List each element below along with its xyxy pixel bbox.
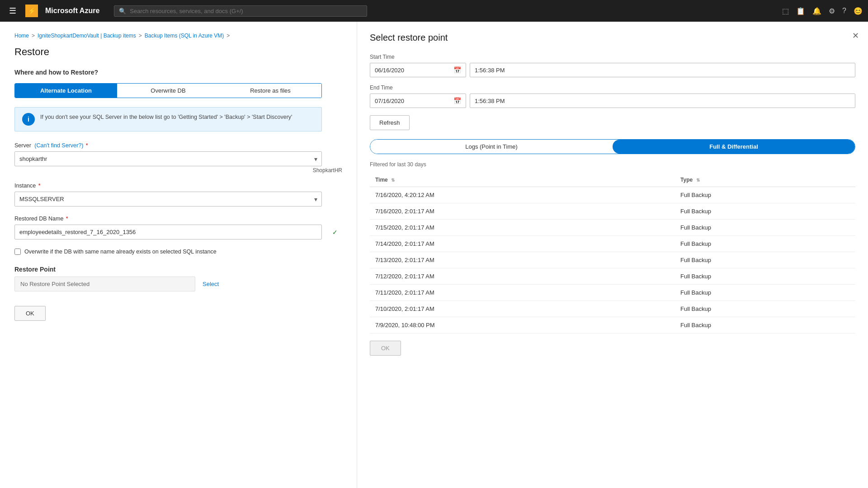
backup-type-tab-toggle[interactable]: Logs (Point in Time) Full & Differential — [370, 139, 855, 154]
db-name-check-icon: ✓ — [332, 229, 338, 236]
ok-button[interactable]: OK — [14, 306, 46, 321]
start-date-calendar-icon[interactable]: 📅 — [453, 66, 461, 74]
breadcrumb-home[interactable]: Home — [14, 33, 29, 39]
search-icon: 🔍 — [119, 8, 126, 14]
table-header-row: Time ⇅ Type ⇅ — [370, 173, 855, 187]
instance-field-group: Instance * MSSQLSERVER ▾ — [14, 183, 342, 206]
instance-select-wrapper: MSSQLSERVER ▾ — [14, 192, 322, 206]
breadcrumb-vault[interactable]: IgniteShopkartDemoVault | Backup items — [38, 33, 136, 39]
toggle-overwrite-db[interactable]: Overwrite DB — [117, 84, 219, 98]
table-row[interactable]: 7/13/2020, 2:01:17 AM Full Backup — [370, 252, 855, 268]
time-sort-icon[interactable]: ⇅ — [391, 178, 395, 183]
end-date-input[interactable] — [375, 98, 451, 104]
row-type-4: Full Backup — [675, 252, 855, 268]
table-row[interactable]: 7/10/2020, 2:01:17 AM Full Backup — [370, 301, 855, 317]
toggle-restore-as-files[interactable]: Restore as files — [219, 84, 321, 98]
account-icon[interactable]: 😊 — [854, 7, 863, 15]
table-row[interactable]: 7/14/2020, 2:01:17 AM Full Backup — [370, 236, 855, 252]
top-navigation: ☰ ⚡ Microsoft Azure 🔍 ⬚ 📋 🔔 ⚙ ? 😊 — [0, 0, 868, 22]
close-panel-button[interactable]: ✕ — [852, 31, 859, 41]
db-name-label: Restored DB Name * — [14, 216, 342, 222]
start-time-label: Start Time — [370, 54, 855, 60]
table-row[interactable]: 7/12/2020, 2:01:17 AM Full Backup — [370, 268, 855, 285]
table-row[interactable]: 7/16/2020, 4:20:12 AM Full Backup — [370, 187, 855, 203]
db-name-input[interactable] — [14, 225, 322, 239]
search-bar[interactable]: 🔍 — [114, 5, 367, 17]
row-time-7: 7/10/2020, 2:01:17 AM — [370, 301, 675, 317]
overwrite-checkbox[interactable] — [14, 249, 21, 255]
db-name-required: * — [66, 216, 68, 222]
server-required: * — [86, 142, 88, 149]
server-select-wrapper: shopkarthr ▾ — [14, 151, 322, 166]
type-sort-icon[interactable]: ⇅ — [696, 178, 700, 183]
row-type-0: Full Backup — [675, 187, 855, 203]
row-time-3: 7/14/2020, 2:01:17 AM — [370, 236, 675, 252]
table-row[interactable]: 7/16/2020, 2:01:17 AM Full Backup — [370, 203, 855, 220]
row-type-1: Full Backup — [675, 203, 855, 220]
nav-icons: ⬚ 📋 🔔 ⚙ ? 😊 — [782, 7, 863, 15]
instance-select[interactable]: MSSQLSERVER — [14, 192, 322, 206]
azure-logo-icon: ⚡ — [25, 5, 38, 17]
row-type-8: Full Backup — [675, 317, 855, 333]
start-time-inputs: 📅 — [370, 63, 855, 77]
breadcrumb-sep-2: > — [139, 33, 142, 39]
row-type-3: Full Backup — [675, 236, 855, 252]
row-time-6: 7/11/2020, 2:01:17 AM — [370, 285, 675, 301]
start-date-input[interactable] — [375, 67, 451, 74]
toggle-alternate-location[interactable]: Alternate Location — [15, 84, 117, 98]
end-date-input-wrapper[interactable]: 📅 — [370, 94, 466, 108]
start-time-row: Start Time 📅 — [370, 54, 855, 77]
row-time-1: 7/16/2020, 2:01:17 AM — [370, 203, 675, 220]
help-icon[interactable]: ? — [842, 7, 846, 15]
restore-points-table: Time ⇅ Type ⇅ 7/16/2020, 4:20:12 AM Full… — [370, 173, 855, 333]
filter-note: Filtered for last 30 days — [370, 161, 855, 168]
row-time-8: 7/9/2020, 10:48:00 PM — [370, 317, 675, 333]
feedback-icon[interactable]: 📋 — [796, 7, 805, 15]
table-row[interactable]: 7/15/2020, 2:01:17 AM Full Backup — [370, 220, 855, 236]
server-field-group: Server (Can't find Server?) * shopkarthr… — [14, 142, 342, 174]
table-row[interactable]: 7/11/2020, 2:01:17 AM Full Backup — [370, 285, 855, 301]
restore-type-toggle[interactable]: Alternate Location Overwrite DB Restore … — [14, 83, 322, 98]
cloud-shell-icon[interactable]: ⬚ — [782, 7, 789, 15]
info-box: i If you don't see your SQL Server in th… — [14, 107, 322, 131]
main-layout: Home > IgniteShopkartDemoVault | Backup … — [0, 22, 868, 488]
overwrite-checkbox-label[interactable]: Overwrite if the DB with same name alrea… — [24, 249, 217, 255]
end-time-input[interactable] — [470, 94, 855, 108]
end-date-calendar-icon[interactable]: 📅 — [453, 97, 461, 104]
breadcrumb-sep-1: > — [32, 33, 35, 39]
start-date-input-wrapper[interactable]: 📅 — [370, 63, 466, 77]
refresh-button[interactable]: Refresh — [370, 115, 410, 130]
menu-hamburger-icon[interactable]: ☰ — [5, 4, 20, 18]
tab-logs-point-in-time[interactable]: Logs (Point in Time) — [370, 140, 613, 154]
cant-find-server-link[interactable]: (Can't find Server?) — [34, 142, 83, 149]
panel-ok-button[interactable]: OK — [370, 341, 401, 356]
overwrite-checkbox-row: Overwrite if the DB with same name alrea… — [14, 249, 342, 255]
start-time-input[interactable] — [470, 63, 855, 77]
server-label: Server (Can't find Server?) * — [14, 142, 342, 149]
row-time-5: 7/12/2020, 2:01:17 AM — [370, 268, 675, 285]
breadcrumb-backup-items[interactable]: Backup Items (SQL in Azure VM) — [145, 33, 224, 39]
row-type-7: Full Backup — [675, 301, 855, 317]
right-panel: Select restore point ✕ Start Time 📅 End … — [357, 22, 868, 488]
table-row[interactable]: 7/9/2020, 10:48:00 PM Full Backup — [370, 317, 855, 333]
restore-point-value: No Restore Point Selected — [14, 277, 195, 291]
instance-label: Instance * — [14, 183, 342, 189]
restore-point-row: No Restore Point Selected Select — [14, 277, 342, 291]
breadcrumb: Home > IgniteShopkartDemoVault | Backup … — [14, 33, 342, 39]
db-name-field-group: Restored DB Name * ✓ — [14, 216, 342, 239]
notification-icon[interactable]: 🔔 — [812, 7, 821, 15]
server-hint: ShopkartHR — [14, 167, 342, 174]
time-column-header[interactable]: Time ⇅ — [370, 173, 675, 187]
row-type-6: Full Backup — [675, 285, 855, 301]
server-select[interactable]: shopkarthr — [14, 151, 322, 166]
page-title: Restore — [14, 46, 342, 58]
tab-full-differential[interactable]: Full & Differential — [613, 140, 855, 154]
db-name-input-wrapper: ✓ — [14, 225, 342, 239]
row-time-0: 7/16/2020, 4:20:12 AM — [370, 187, 675, 203]
settings-icon[interactable]: ⚙ — [829, 7, 835, 15]
type-column-header[interactable]: Type ⇅ — [675, 173, 855, 187]
select-restore-point-link[interactable]: Select — [203, 281, 219, 287]
search-input[interactable] — [130, 8, 362, 14]
end-time-row: End Time 📅 — [370, 84, 855, 108]
row-time-4: 7/13/2020, 2:01:17 AM — [370, 252, 675, 268]
